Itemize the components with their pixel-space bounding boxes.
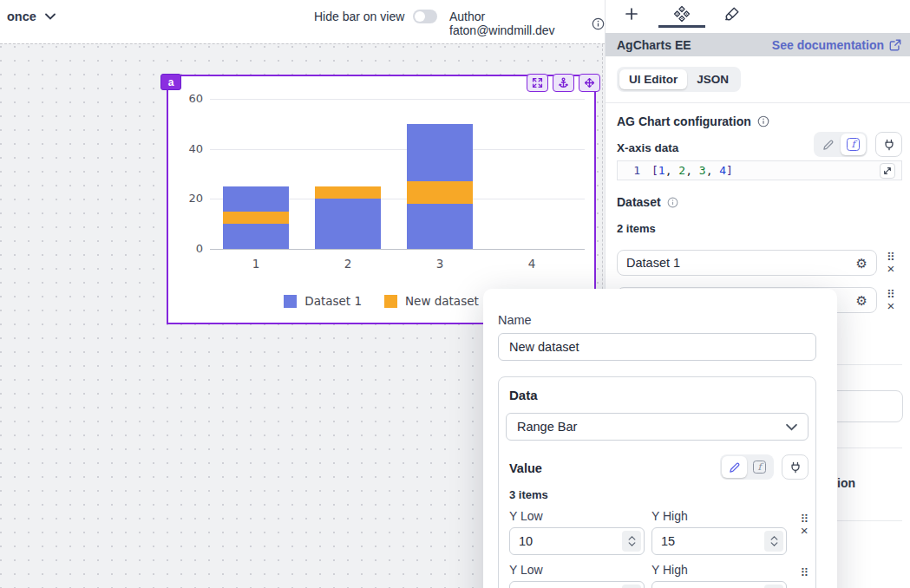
value-item-row: Y Low Y High — [509, 555, 809, 588]
gear-icon[interactable]: ⚙ — [856, 294, 867, 307]
series-type-value: Range Bar — [517, 420, 577, 434]
tab-component-settings[interactable] — [657, 0, 707, 28]
x-tick-label: 3 — [422, 257, 457, 271]
plus-icon — [625, 7, 638, 21]
tab-styling[interactable] — [707, 0, 757, 28]
see-documentation-link[interactable]: See documentation — [772, 38, 901, 52]
function-icon: f — [753, 461, 766, 474]
range-bar-segment — [315, 186, 381, 199]
static-input-pencil-button[interactable] — [722, 456, 747, 478]
author-label: Author faton@windmill.dev — [449, 10, 586, 37]
tab-ui-editor[interactable]: UI Editor — [619, 69, 687, 89]
legend-label: Dataset 1 — [304, 294, 362, 308]
config-section-title: AG Chart configuration — [617, 114, 902, 128]
code-line-number: 1 — [618, 164, 640, 177]
static-input-pencil-button[interactable] — [815, 134, 841, 155]
dataset-settings-modal: Name Data Range Bar Value f — [483, 289, 837, 588]
y-tick-label: 60 — [168, 92, 203, 105]
dataset-name-input[interactable] — [498, 333, 816, 361]
drag-handle-icon[interactable]: ⠿ — [800, 567, 809, 578]
data-section-title: Data — [509, 388, 809, 402]
data-section: Data Range Bar Value f — [498, 376, 816, 588]
connect-input-button[interactable] — [782, 454, 809, 480]
series-type-select[interactable]: Range Bar — [506, 413, 809, 441]
y-tick-label: 0 — [168, 242, 203, 255]
tab-json[interactable]: JSON — [687, 69, 738, 89]
gridline — [210, 99, 585, 100]
value-items-count: 3 items — [509, 488, 809, 501]
hide-bar-label: Hide bar on view — [314, 10, 404, 23]
range-bar-segment — [223, 212, 289, 224]
plug-icon — [789, 461, 802, 474]
dataset-items-count: 2 items — [617, 222, 902, 235]
value-row: Value f — [506, 454, 809, 480]
xaxis-code-editor[interactable]: 1 [1, 2, 3, 4] — [617, 160, 902, 180]
component-header: AgCharts EE See documentation — [606, 33, 910, 56]
connect-input-button[interactable] — [875, 132, 902, 157]
panel-tabstrip — [606, 0, 910, 28]
toggle-knob — [415, 11, 425, 22]
legend-swatch — [284, 295, 297, 308]
author-info: Author faton@windmill.dev — [449, 10, 605, 37]
number-stepper[interactable] — [622, 585, 641, 588]
y-tick-label: 20 — [168, 192, 203, 205]
config-title-label: AG Chart configuration — [617, 114, 751, 128]
chevron-down-icon — [786, 423, 797, 431]
info-icon[interactable] — [592, 17, 605, 30]
hide-bar-toggle[interactable] — [413, 10, 437, 23]
number-stepper[interactable] — [764, 585, 783, 588]
x-tick-label: 4 — [514, 257, 549, 271]
value-label: Value — [506, 461, 542, 480]
close-icon[interactable]: × — [887, 300, 894, 312]
chevron-down-icon — [45, 13, 56, 20]
legend-item[interactable]: New dataset — [384, 294, 479, 308]
legend-item[interactable]: Dataset 1 — [284, 294, 362, 308]
info-icon[interactable] — [667, 197, 678, 208]
number-stepper[interactable] — [622, 531, 641, 552]
expand-editor-button[interactable] — [880, 163, 895, 179]
code-tokens: [1, 2, 3, 4] — [651, 164, 733, 177]
pencil-icon — [822, 139, 835, 151]
run-mode-label: once — [7, 10, 36, 23]
range-bar-segment — [407, 181, 473, 204]
hide-bar-setting: Hide bar on view — [314, 10, 437, 23]
fx-input-button[interactable]: f — [747, 456, 772, 478]
agcharts-component[interactable]: a — [167, 75, 596, 324]
y-low-label: Y Low — [509, 509, 645, 523]
dataset-label: Dataset — [617, 195, 661, 209]
xaxis-input-toolbar: f — [814, 132, 902, 157]
bar-segment — [315, 199, 381, 249]
x-tick-label: 2 — [331, 257, 365, 271]
run-mode-selector[interactable]: once — [7, 10, 56, 23]
y-tick-label: 40 — [168, 142, 203, 155]
close-icon[interactable]: × — [801, 525, 809, 537]
dataset-section-title: Dataset — [617, 195, 902, 209]
paintbrush-icon — [724, 6, 740, 22]
external-link-icon — [889, 39, 901, 51]
legend-label: New dataset — [405, 294, 479, 308]
expand-icon — [883, 167, 892, 175]
y-high-label: Y High — [651, 509, 787, 523]
y-low-label: Y Low — [509, 563, 645, 577]
editor-mode-tabs: UI Editor JSON — [617, 67, 910, 92]
y-high-label: Y High — [651, 563, 787, 577]
close-icon[interactable]: × — [887, 263, 894, 275]
dataset-1-field[interactable]: Dataset 1 ⚙ — [617, 250, 877, 276]
panel-content: AG Chart configuration X-axis data f — [606, 103, 910, 313]
xaxis-data-row: X-axis data f — [617, 132, 902, 157]
fx-input-button[interactable]: f — [841, 134, 866, 155]
dataset-row: Dataset 1 ⚙ ⠿ × — [617, 250, 902, 276]
top-bar: once Hide bar on view Author faton@windm… — [0, 0, 605, 43]
tab-insert-component[interactable] — [606, 0, 657, 28]
doc-link-label: See documentation — [772, 38, 884, 52]
chart-plot-area: 02040601234Dataset 1New dataset — [168, 76, 594, 323]
gridline — [210, 149, 585, 150]
info-icon[interactable] — [757, 115, 769, 127]
legend-swatch — [384, 295, 397, 308]
number-stepper[interactable] — [764, 531, 783, 552]
value-item-row: Y Low Y High — [509, 501, 809, 555]
component-title: AgCharts EE — [617, 38, 691, 52]
xaxis-data-label: X-axis data — [617, 141, 678, 157]
pencil-icon — [729, 461, 741, 474]
gear-icon[interactable]: ⚙ — [856, 257, 867, 270]
